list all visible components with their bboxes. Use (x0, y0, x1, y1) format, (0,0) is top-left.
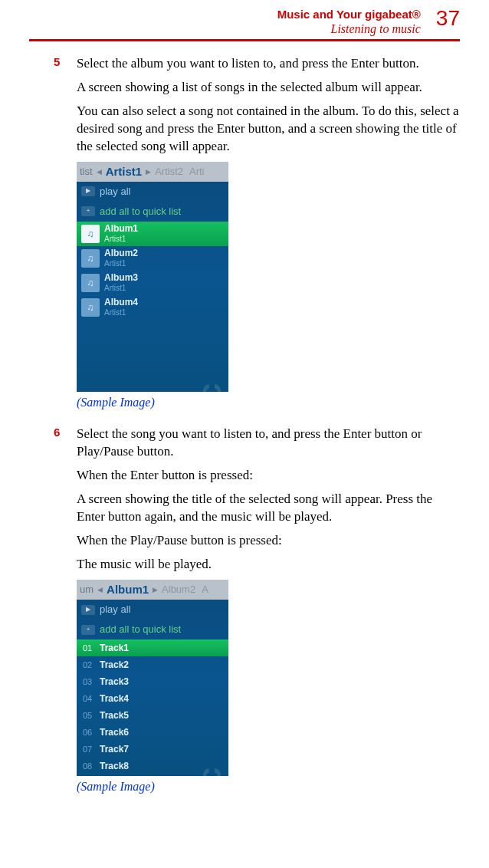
step-5-p2: A screen showing a list of songs in the … (77, 79, 460, 97)
header-rule (29, 39, 460, 41)
breadcrumb-active: Album1 (103, 580, 152, 600)
track-row: 04Track4 (77, 690, 228, 707)
album-artist: Artist1 (104, 308, 126, 317)
step-6-p3: A screen showing the title of the select… (77, 491, 460, 526)
track-name: Track6 (100, 726, 129, 738)
step-6-p4: When the Play/Pause button is pressed: (77, 532, 460, 550)
chevron-left-icon: ◀ (97, 585, 103, 594)
section-title: Music and Your gigabeat® (277, 8, 421, 21)
chevron-left-icon: ◀ (97, 167, 102, 176)
step-6: 6 Select the song you want to listen to,… (54, 426, 460, 805)
breadcrumb: um ◀ Album1 ▶ Album2 A (77, 580, 228, 600)
track-row: 06Track6 (77, 724, 228, 741)
breadcrumb-next2: A (199, 580, 212, 600)
track-name: Track8 (100, 760, 129, 772)
track-name: Track1 (100, 642, 129, 654)
album-item: ♫Album2Artist1 (77, 246, 228, 271)
album-name: Album2 (104, 248, 138, 258)
track-name: Track7 (100, 743, 129, 755)
album-name: Album3 (104, 273, 138, 283)
step-6-p1: Select the song you want to listen to, a… (77, 426, 460, 461)
add-all-row: + add all to quick list (77, 202, 228, 222)
music-note-icon: ♫ (81, 249, 100, 268)
side-watermark: music (188, 768, 228, 776)
side-watermark: music (188, 384, 228, 392)
track-name: Track5 (100, 709, 129, 722)
breadcrumb: tist ◀ Artist1 ▶ Artist2 Arti (77, 162, 228, 182)
add-icon: + (81, 625, 95, 635)
breadcrumb-prev: tist (77, 162, 96, 182)
add-icon: + (81, 206, 95, 216)
track-row: 02Track2 (77, 656, 228, 673)
track-number: 07 (83, 744, 95, 755)
album-item: ♫Album3Artist1 (77, 271, 228, 295)
track-name: Track2 (100, 659, 129, 671)
track-number: 05 (83, 710, 95, 722)
add-all-label: add all to quick list (100, 623, 181, 636)
music-note-icon: ♫ (81, 225, 100, 243)
track-row: 07Track7 (77, 741, 228, 758)
breadcrumb-next: Artist2 (152, 162, 186, 182)
breadcrumb-next: Album2 (159, 580, 199, 600)
step-5: 5 Select the album you want to listen to… (54, 55, 460, 421)
step-number: 6 (54, 426, 77, 805)
track-number: 08 (83, 761, 95, 772)
breadcrumb-next2: Arti (186, 162, 208, 182)
track-number: 02 (83, 659, 95, 671)
music-note-icon: ♫ (81, 298, 100, 317)
play-all-label: play all (100, 603, 130, 616)
track-name: Track4 (100, 692, 129, 705)
track-number: 01 (83, 643, 95, 654)
play-icon: ▶ (81, 605, 95, 615)
album-artist: Artist1 (104, 284, 126, 292)
music-note-icon: ♫ (81, 274, 100, 292)
step-6-p2: When the Enter button is pressed: (77, 467, 460, 485)
step-6-p5: The music will be played. (77, 556, 460, 574)
page-header: Music and Your gigabeat® Listening to mu… (29, 8, 460, 36)
track-name: Track3 (100, 676, 129, 688)
breadcrumb-active: Artist1 (103, 162, 146, 182)
play-all-row: ▶ play all (77, 600, 228, 620)
album-name: Album1 (104, 224, 138, 234)
add-all-row: + add all to quick list (77, 620, 228, 639)
step-5-p1: Select the album you want to listen to, … (77, 55, 460, 73)
track-number: 03 (83, 676, 95, 688)
step-number: 5 (54, 55, 77, 421)
track-row: 05Track5 (77, 707, 228, 724)
sample-caption: (Sample Image) (77, 394, 460, 411)
chevron-right-icon: ▶ (153, 585, 158, 594)
album-artist: Artist1 (104, 259, 126, 268)
add-all-label: add all to quick list (100, 205, 181, 219)
breadcrumb-prev: um (77, 580, 97, 600)
album-item: ♫Album1Artist1 (77, 222, 228, 246)
play-all-label: play all (100, 185, 130, 199)
page-number: 37 (436, 8, 460, 29)
track-number: 06 (83, 727, 95, 738)
album-artist: Artist1 (104, 235, 126, 243)
track-row: 03Track3 (77, 673, 228, 690)
sample-screenshot-albums: tist ◀ Artist1 ▶ Artist2 Arti ▶ play all… (77, 162, 228, 392)
sample-caption: (Sample Image) (77, 778, 460, 795)
play-icon: ▶ (81, 186, 95, 196)
step-5-p3: You can also select a song not contained… (77, 103, 460, 156)
track-number: 04 (83, 693, 95, 705)
play-all-row: ▶ play all (77, 182, 228, 202)
album-name: Album4 (104, 298, 138, 307)
section-subtitle: Listening to music (277, 21, 421, 36)
chevron-right-icon: ▶ (146, 167, 151, 176)
track-row: 01Track1 (77, 639, 228, 656)
album-item: ♫Album4Artist1 (77, 295, 228, 320)
sample-screenshot-tracks: um ◀ Album1 ▶ Album2 A ▶ play all + add … (77, 580, 228, 776)
